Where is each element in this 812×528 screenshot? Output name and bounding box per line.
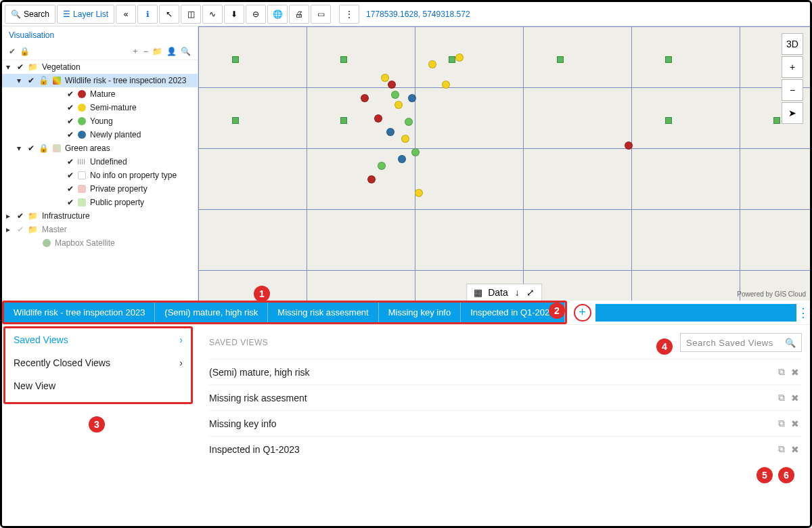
route-button[interactable]: ∿	[202, 5, 223, 24]
legend-newly-planted[interactable]: ✔ Newly planted	[2, 128, 198, 141]
lock-icon[interactable]: 🔒	[20, 47, 30, 56]
legend-swatch	[78, 104, 86, 112]
tab-missing-risk[interactable]: Missing risk assesment	[268, 303, 378, 322]
layer-green-areas[interactable]: ▾ ✔ 🔒 Green areas	[2, 141, 198, 155]
layer-mapbox-satellite[interactable]: Mapbox Satellite	[2, 236, 198, 250]
folder-icon: 📁	[28, 211, 38, 221]
map-grid	[198, 26, 810, 301]
list-icon: ☰	[63, 9, 70, 19]
data-panel-handle[interactable]: ▦ Data ↓ ⤢	[466, 284, 542, 301]
annotation-badge-5: 5	[757, 467, 773, 483]
open-icon[interactable]: ⧉	[775, 366, 788, 378]
layer-list-button[interactable]: ☰ Layer List	[57, 5, 114, 24]
folder-icon[interactable]: 📁	[152, 47, 162, 56]
saved-view-row[interactable]: Missing risk assesment ⧉ ✖	[209, 384, 802, 410]
layer-group-infrastructure[interactable]: ▸ ✔ 📁 Infrastructure	[2, 209, 198, 223]
panel-icon: ▭	[317, 9, 325, 19]
folder-icon: 📁	[28, 62, 38, 72]
legend-label: Mature	[90, 89, 115, 99]
legend-label: Private property	[90, 184, 148, 194]
layer-label: Infrastructure	[42, 211, 90, 221]
view-tabs: Wildlife risk - tree inspection 2023 (Se…	[2, 301, 567, 324]
zoom-icon[interactable]: 🔍	[181, 47, 191, 56]
remove-icon[interactable]: −	[143, 47, 148, 56]
legend-mature[interactable]: ✔ Mature	[2, 87, 198, 101]
select-rect-button[interactable]: ◫	[181, 5, 201, 24]
zoom-button[interactable]: ⊖	[246, 5, 266, 24]
download-button[interactable]: ⬇	[224, 5, 244, 24]
menu-recently-closed[interactable]: Recently Closed Views ›	[5, 351, 191, 374]
legend-swatch	[78, 159, 86, 164]
saved-view-row[interactable]: Inspected in Q1-2023 ⧉ ✖	[209, 436, 802, 462]
saved-view-row[interactable]: Missing key info ⧉ ✖	[209, 410, 802, 436]
legend-swatch	[53, 76, 61, 85]
print-button[interactable]: 🖨	[289, 5, 309, 24]
saved-view-row[interactable]: (Semi) mature, high risk ⧉ ✖	[209, 359, 802, 384]
legend-label: Public property	[90, 198, 144, 207]
panel-button[interactable]: ▭	[311, 5, 331, 24]
tabs-bar: Wildlife risk - tree inspection 2023 (Se…	[2, 301, 810, 325]
map-locate-button[interactable]: ➤	[782, 102, 803, 124]
menu-label: New View	[14, 380, 55, 391]
open-icon[interactable]: ⧉	[775, 392, 788, 403]
map-zoom-out-button[interactable]: −	[782, 79, 803, 101]
print-icon: 🖨	[295, 9, 303, 19]
route-icon: ∿	[209, 9, 216, 19]
chevron-right-icon: ▸	[6, 211, 13, 221]
close-icon[interactable]: ✖	[788, 393, 802, 403]
legend-label: Undefined	[90, 157, 127, 167]
menu-saved-views[interactable]: Saved Views ›	[5, 328, 191, 351]
close-icon[interactable]: ✖	[788, 367, 802, 378]
map-canvas[interactable]: 3D + − ➤ Powered by GIS Cloud ▦ Data ↓ ⤢	[198, 26, 810, 301]
tabs-strip	[595, 304, 796, 322]
tab-wildlife-risk[interactable]: Wildlife risk - tree inspection 2023	[4, 303, 155, 322]
locate-icon: ➤	[788, 108, 796, 118]
legend-swatch	[78, 171, 86, 179]
layer-group-master[interactable]: ▸ ✔ 📁 Master	[2, 223, 198, 236]
layer-group-vegetation[interactable]: ▾ ✔ 📁 Vegetation	[2, 60, 198, 74]
coordinates-display: 1778539.1628, 5749318.572	[361, 9, 476, 19]
close-icon[interactable]: ✖	[788, 418, 802, 429]
kebab-icon: ⋮	[797, 306, 809, 320]
map-attribution: Powered by GIS Cloud	[737, 290, 806, 298]
collapse-button[interactable]: «	[116, 5, 136, 24]
open-icon[interactable]: ⧉	[775, 418, 788, 429]
open-icon[interactable]: ⧉	[775, 443, 788, 455]
legend-private[interactable]: ✔ Private property	[2, 182, 198, 196]
tab-missing-key[interactable]: Missing key info	[379, 303, 461, 322]
layer-label: Mapbox Satellite	[55, 238, 115, 248]
info-icon: ℹ	[146, 9, 150, 19]
annotation-badge-3: 3	[89, 416, 105, 433]
map-3d-button[interactable]: 3D	[782, 33, 803, 55]
legend-public[interactable]: ✔ Public property	[2, 196, 198, 209]
globe-button[interactable]: 🌐	[267, 5, 288, 24]
chevron-left-icon: «	[124, 9, 129, 19]
tab-semi-mature[interactable]: (Semi) mature, high risk	[155, 303, 268, 322]
search-button[interactable]: 🔍 Search	[5, 5, 55, 24]
legend-semi-mature[interactable]: ✔ Semi-mature	[2, 101, 198, 114]
check-icon[interactable]: ✔	[9, 47, 16, 56]
more-button[interactable]: ⋮	[339, 5, 359, 24]
info-button[interactable]: ℹ	[137, 5, 158, 24]
layer-panel-title: Visualisation	[2, 26, 198, 44]
add-tab-button[interactable]: +	[574, 304, 591, 322]
pointer-button[interactable]: ↖	[159, 5, 179, 24]
download-icon: ⬇	[231, 9, 238, 19]
folder-icon: 📁	[28, 225, 38, 234]
grid-icon: ▦	[474, 287, 481, 298]
map-zoom-in-button[interactable]: +	[782, 56, 803, 78]
layer-wildlife-risk[interactable]: ▾ ✔ 🔓 Wildlife risk - tree inspection 20…	[2, 74, 198, 87]
legend-undefined[interactable]: ✔ Undefined	[2, 155, 198, 169]
check-icon: ✔	[17, 211, 24, 221]
add-icon[interactable]: ＋	[131, 45, 139, 57]
legend-label: No info on property type	[90, 171, 177, 180]
annotation-badge-6: 6	[778, 467, 794, 483]
menu-new-view[interactable]: New View	[5, 374, 191, 397]
search-saved-views[interactable]: Search Saved Views 🔍	[680, 333, 802, 352]
legend-no-info[interactable]: ✔ No info on property type	[2, 169, 198, 182]
close-icon[interactable]: ✖	[788, 444, 802, 455]
user-icon[interactable]: 👤	[166, 47, 177, 56]
tabs-menu-button[interactable]: ⋮	[796, 305, 810, 320]
search-icon: 🔍	[785, 338, 796, 348]
legend-young[interactable]: ✔ Young	[2, 114, 198, 128]
